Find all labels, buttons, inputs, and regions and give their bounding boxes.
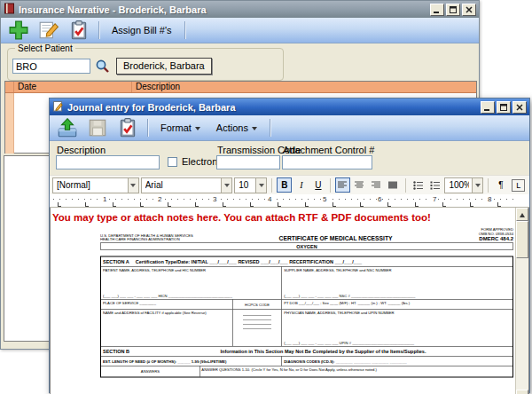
description-label: Description	[57, 145, 106, 155]
electronic-checkbox[interactable]	[168, 157, 177, 167]
post-check-button[interactable]	[113, 116, 142, 139]
patient-search-button[interactable]	[93, 59, 112, 74]
ruler-ticks	[53, 199, 515, 200]
zoom-value: 100%	[449, 180, 469, 190]
screen: Insurance Narrative - Broderick, Barbara…	[0, 0, 532, 394]
description-input[interactable]	[56, 155, 160, 169]
edit-narrative-button[interactable]	[35, 19, 63, 42]
cmn-gap	[100, 250, 513, 256]
page-layout-button[interactable]: L	[510, 177, 527, 193]
chevron-down-icon[interactable]	[255, 178, 266, 193]
column-header-description[interactable]: Description	[132, 82, 476, 92]
italic-button[interactable]: I	[293, 177, 309, 193]
show-paragraph-marks-button[interactable]: ¶	[493, 177, 508, 193]
section-a-text: Certification Type/Date: INITIAL ___/___…	[136, 259, 362, 264]
chevron-down-icon[interactable]	[472, 178, 482, 193]
chevron-down-icon	[195, 127, 200, 133]
cmn-form-header: U.S. DEPARTMENT OF HEALTH & HUMAN SERVIC…	[100, 227, 513, 242]
font-family-value: Arial	[145, 180, 219, 190]
journal-titlebar[interactable]: Journal entry for Broderick, Barbara	[50, 98, 529, 115]
tab-stop-markers	[58, 202, 515, 207]
column-header-date[interactable]: Date	[14, 82, 132, 92]
journal-app-icon	[52, 99, 64, 115]
numbered-list-icon	[430, 181, 441, 190]
align-center-icon	[355, 181, 364, 189]
scroll-down-button[interactable]	[516, 390, 528, 394]
chevron-down-icon	[252, 127, 257, 133]
font-family-combo[interactable]: Arial	[141, 177, 233, 193]
toolbar-separator	[98, 21, 99, 39]
select-patient-label: Select Patient	[15, 43, 75, 53]
add-narrative-button[interactable]	[4, 19, 33, 42]
scroll-up-icon	[520, 210, 525, 217]
post-check-button[interactable]	[65, 19, 93, 42]
patient-search-input[interactable]	[12, 59, 90, 74]
answers-instructions-cell: ANSWER QUESTIONS 1-10. (Circle Y for Yes…	[200, 366, 512, 377]
scrollbar-thumb[interactable]	[516, 221, 528, 258]
toolbar-separator	[184, 21, 185, 39]
journal-fields-row: Description Electronic Transmission Code…	[50, 141, 529, 175]
physician-cell: PHYSICIAN NAME, ADDRESS, TELEPHONE and U…	[282, 310, 512, 347]
save-button[interactable]	[83, 116, 112, 139]
diagnosis-codes-cell: DIAGNOSIS CODES (ICD-9): ________ ______…	[282, 357, 512, 366]
journal-toolbar: Format Actions	[50, 115, 529, 141]
font-size-combo[interactable]: 10	[234, 177, 267, 193]
hicn-line: (___ ___) ___ ___ - ___ ___ ___ HICN ___…	[103, 294, 280, 298]
align-justify-button[interactable]	[386, 177, 401, 193]
nsc-line: (___ ___) ___ ___ - ___ ___ ___ NSC # __…	[284, 294, 511, 298]
journal-entry-window: Journal entry for Broderick, Barbara For…	[49, 98, 530, 393]
cmn-form-title: CERTIFICATE OF MEDICAL NECESSITY	[257, 235, 414, 242]
minimize-button[interactable]	[481, 101, 495, 114]
align-left-button[interactable]	[335, 177, 350, 193]
transmission-code-input[interactable]	[216, 155, 280, 169]
journal-window-title: Journal entry for Broderick, Barbara	[67, 102, 477, 113]
upin-line: (___ ___) ___ ___ - ___ ___ ___ UPIN # _…	[284, 341, 511, 345]
insurance-titlebar[interactable]: Insurance Narrative - Broderick, Barbara	[1, 1, 479, 18]
cmn-table: SECTION A Certification Type/Date: INITI…	[100, 256, 513, 378]
scrollbar-track[interactable]	[516, 258, 528, 390]
vertical-scrollbar[interactable]	[515, 208, 528, 394]
section-b-text: Information in This Section May Not Be C…	[136, 349, 511, 354]
assign-bill-button[interactable]: Assign Bill #'s	[105, 20, 179, 41]
document-editor[interactable]: You may type or attach notes here. You c…	[51, 208, 515, 394]
close-button[interactable]	[512, 101, 527, 114]
minimize-button[interactable]	[430, 4, 444, 16]
format-menu-button[interactable]: Format	[153, 117, 207, 138]
search-icon	[95, 59, 110, 74]
maximize-button[interactable]	[497, 101, 511, 114]
chevron-down-icon[interactable]	[221, 178, 231, 193]
insurance-app-icon	[4, 2, 15, 18]
format-toolbar: [Normal] Arial 10 B I U	[50, 175, 529, 194]
actions-menu-button[interactable]: Actions	[209, 117, 264, 138]
row-selector-column	[5, 82, 14, 92]
paragraph-style-combo[interactable]: [Normal]	[52, 177, 139, 193]
close-button[interactable]	[462, 4, 476, 16]
underline-button[interactable]: U	[310, 177, 325, 193]
align-center-button[interactable]	[352, 177, 367, 193]
ruler[interactable]: 1 2 3 4 5 6 7 8	[50, 194, 529, 208]
toolbar-separator	[270, 119, 270, 137]
layout-icon: L	[512, 179, 525, 192]
align-right-button[interactable]	[369, 177, 384, 193]
format-separator	[405, 178, 406, 193]
bold-button[interactable]: B	[277, 177, 292, 193]
insurance-toolbar: Assign Bill #'s	[1, 18, 479, 43]
bullet-list-button[interactable]	[411, 177, 426, 193]
paragraph-style-value: [Normal]	[57, 180, 125, 190]
attachment-control-input[interactable]	[282, 155, 372, 169]
scroll-up-button[interactable]	[516, 208, 528, 221]
patient-cell: PATIENT NAME, ADDRESS, TELEPHONE and HIC…	[101, 267, 282, 300]
zoom-combo[interactable]: 100%	[444, 177, 483, 193]
numbered-list-button[interactable]	[427, 177, 442, 193]
narrative-grid-header: Date Description	[5, 82, 476, 93]
format-separator	[271, 178, 272, 193]
maximize-button[interactable]	[446, 4, 460, 16]
align-justify-icon	[388, 181, 398, 189]
insurance-window-title: Insurance Narrative - Broderick, Barbara	[19, 4, 426, 15]
selected-patient-chip[interactable]: Broderick, Barbara	[116, 58, 212, 75]
chevron-down-icon[interactable]	[128, 178, 138, 193]
hcpcs-header-cell: HCPCS CODE	[232, 300, 282, 310]
align-left-icon	[338, 181, 348, 189]
document-wrap: You may type or attach notes here. You c…	[50, 208, 529, 394]
attach-file-button[interactable]	[53, 116, 82, 139]
